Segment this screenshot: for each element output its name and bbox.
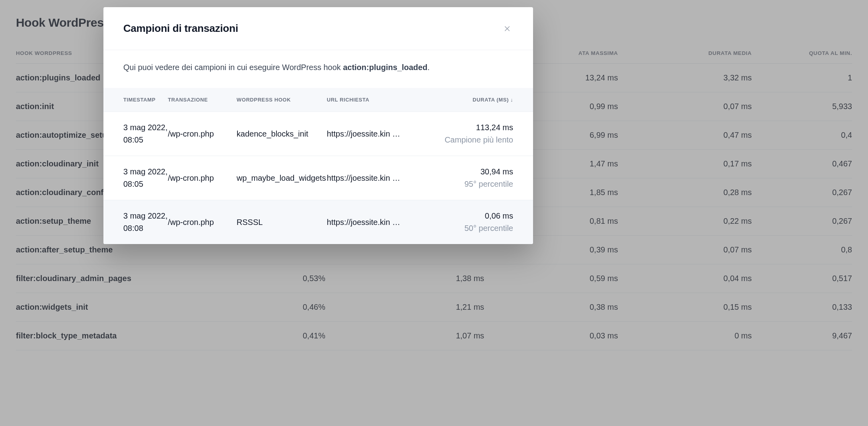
close-button[interactable] [501, 23, 513, 35]
cell-transaction: /wp-cron.php [168, 200, 237, 244]
cell-duration: 0,06 ms50° percentile [438, 200, 533, 244]
desc-hook-name: action:plugins_loaded [343, 63, 427, 72]
table-row[interactable]: 3 mag 2022, 08:05/wp-cron.phpwp_maybe_lo… [103, 156, 533, 200]
col-transaction[interactable]: TRANSAZIONE [168, 88, 237, 112]
modal-title: Campioni di transazioni [123, 22, 238, 35]
cell-transaction: /wp-cron.php [168, 112, 237, 156]
cell-duration-sub: 95° percentile [464, 180, 513, 188]
desc-suffix: . [427, 63, 430, 72]
modal-description: Qui puoi vedere dei campioni in cui eseg… [103, 50, 533, 88]
cell-timestamp: 3 mag 2022, 08:05 [103, 112, 168, 156]
cell-hook: wp_maybe_load_widgets [237, 156, 327, 200]
cell-timestamp: 3 mag 2022, 08:05 [103, 156, 168, 200]
col-request-url[interactable]: URL RICHIESTA [327, 88, 439, 112]
cell-transaction: /wp-cron.php [168, 156, 237, 200]
cell-url: https://joessite.kin … [327, 156, 439, 200]
col-duration[interactable]: DURATA (MS)↓ [438, 88, 533, 112]
table-row[interactable]: 3 mag 2022, 08:08/wp-cron.phpRSSSLhttps:… [103, 200, 533, 244]
transaction-samples-modal: Campioni di transazioni Qui puoi vedere … [103, 7, 533, 244]
cell-url: https://joessite.kin … [327, 112, 439, 156]
desc-prefix: Qui puoi vedere dei campioni in cui eseg… [123, 63, 343, 72]
cell-hook: kadence_blocks_init [237, 112, 327, 156]
cell-hook: RSSSL [237, 200, 327, 244]
col-duration-label: DURATA (MS) [473, 97, 509, 103]
sort-arrow-down-icon: ↓ [510, 97, 513, 103]
cell-duration: 113,24 msCampione più lento [438, 112, 533, 156]
col-timestamp[interactable]: TIMESTAMP [103, 88, 168, 112]
cell-duration-sub: 50° percentile [464, 224, 513, 233]
close-icon [504, 27, 511, 33]
col-wp-hook[interactable]: WORDPRESS HOOK [237, 88, 327, 112]
samples-table: TIMESTAMP TRANSAZIONE WORDPRESS HOOK URL… [103, 88, 533, 244]
cell-url: https://joessite.kin … [327, 200, 439, 244]
cell-duration: 30,94 ms95° percentile [438, 156, 533, 200]
cell-duration-sub: Campione più lento [445, 135, 513, 144]
table-row[interactable]: 3 mag 2022, 08:05/wp-cron.phpkadence_blo… [103, 112, 533, 156]
modal-header: Campioni di transazioni [103, 7, 533, 50]
cell-timestamp: 3 mag 2022, 08:08 [103, 200, 168, 244]
